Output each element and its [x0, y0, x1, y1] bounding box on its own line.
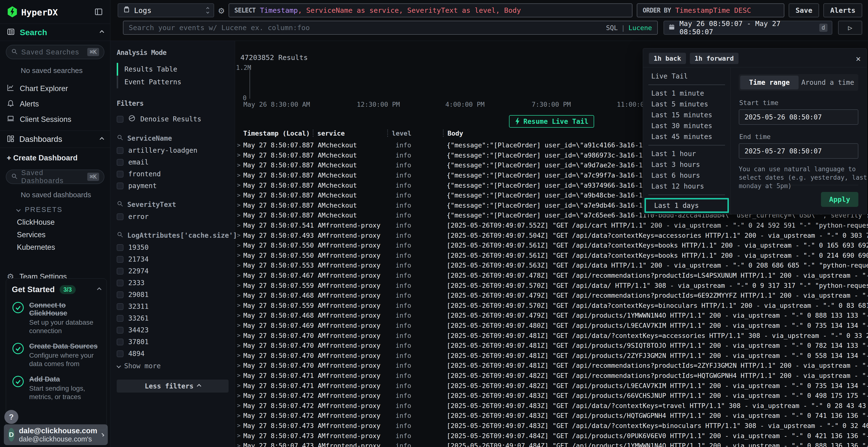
table-row[interactable]: >May 27 8:50:07.550 AMfrontend-proxyinfo…	[235, 250, 868, 261]
save-button[interactable]: Save	[789, 3, 819, 18]
source-select[interactable]: Logs	[118, 3, 214, 18]
row-expand-icon[interactable]: >	[235, 372, 243, 379]
search-icon[interactable]	[117, 200, 123, 209]
checkbox[interactable]	[117, 159, 123, 166]
time-preset-last-1-hour[interactable]: Last 1 hour	[643, 148, 730, 159]
table-row[interactable]: >May 27 8:50:07.470 AMfrontend-proxyinfo…	[235, 350, 868, 360]
nav-dashboards-section[interactable]: Dashboards	[0, 131, 110, 148]
end-time-input[interactable]: 2025-05-27 08:50:07	[739, 143, 858, 159]
table-row[interactable]: >May 27 8:50:07.469 AMfrontend-proxyinfo…	[235, 320, 868, 331]
mode-event-patterns[interactable]: Event Patterns	[117, 76, 228, 89]
column-resizer[interactable]	[387, 130, 388, 137]
row-expand-icon[interactable]: >	[235, 282, 243, 289]
row-expand-icon[interactable]: >	[235, 392, 243, 399]
time-preset-last-6-hours[interactable]: Last 6 hours	[643, 170, 730, 181]
row-expand-icon[interactable]: >	[235, 362, 243, 369]
filter-option[interactable]: frontend	[117, 170, 228, 178]
tab-time-range[interactable]: Time range	[740, 76, 799, 89]
table-row[interactable]: >May 27 8:50:07.467 AMfrontend-proxyinfo…	[235, 271, 868, 281]
sidebar-item-chart-explorer[interactable]: Chart Explorer	[0, 81, 110, 96]
time-preset-last-12-hours[interactable]: Last 12 hours	[643, 181, 730, 192]
filter-option[interactable]: 22974	[117, 267, 228, 275]
checkbox[interactable]	[117, 182, 123, 189]
row-expand-icon[interactable]: >	[235, 142, 243, 148]
row-expand-icon[interactable]: >	[235, 162, 243, 169]
row-expand-icon[interactable]: >	[235, 222, 243, 229]
column-resizer[interactable]	[313, 130, 313, 137]
checkbox[interactable]	[117, 280, 123, 286]
select-query-input[interactable]: SELECT Timestamp, ServiceName as service…	[228, 3, 632, 18]
sidebar-item-preset-services[interactable]: Services	[0, 229, 110, 241]
row-expand-icon[interactable]: >	[235, 252, 243, 259]
col-level[interactable]: level	[392, 130, 443, 140]
row-expand-icon[interactable]: >	[235, 342, 243, 349]
tab-around-a-time[interactable]: Around a time	[799, 76, 857, 89]
close-icon[interactable]: ✕	[856, 54, 861, 63]
presets-header[interactable]: PRESETS	[0, 203, 110, 216]
filter-option[interactable]: error	[117, 213, 228, 220]
time-preset-last-3-hours[interactable]: Last 3 hours	[643, 159, 730, 170]
filter-option[interactable]: 37801	[117, 338, 228, 346]
row-expand-icon[interactable]: >	[235, 272, 243, 279]
time-preset-last-5-minutes[interactable]: Last 5 minutes	[643, 99, 730, 110]
row-expand-icon[interactable]: >	[235, 212, 243, 219]
table-row[interactable]: >May 27 8:50:07.468 AMfrontend-proxyinfo…	[235, 310, 868, 320]
row-expand-icon[interactable]: >	[235, 292, 243, 299]
run-query-button[interactable]: ▷	[838, 21, 862, 35]
filter-option[interactable]: artillery-loadgen	[117, 146, 228, 154]
filter-option[interactable]: payment	[117, 182, 228, 190]
table-row[interactable]: >May 27 8:50:07.473 AMfrontend-proxyinfo…	[235, 441, 868, 447]
time-preset-last-15-minutes[interactable]: Last 15 minutes	[643, 110, 730, 121]
source-settings-gear-icon[interactable]: ⚙	[218, 5, 224, 16]
row-expand-icon[interactable]: >	[235, 172, 243, 179]
table-row[interactable]: >May 27 8:50:07.473 AMfrontend-proxyinfo…	[235, 431, 868, 441]
filter-option[interactable]: 2333	[117, 279, 228, 287]
start-time-input[interactable]: 2025-05-26 08:50:07	[739, 109, 858, 125]
filter-option[interactable]: email	[117, 158, 228, 166]
search-icon[interactable]	[117, 134, 123, 143]
checkbox[interactable]	[117, 350, 123, 357]
col-service[interactable]: service	[317, 130, 387, 140]
sidebar-item-client-sessions[interactable]: Client Sessions	[0, 112, 110, 127]
filter-option[interactable]: 32311	[117, 303, 228, 310]
denoise-checkbox-row[interactable]: Denoise Results	[117, 115, 228, 124]
saved-dashboards-input[interactable]: Saved Dashboards ⌘K	[6, 170, 104, 184]
lang-sql-toggle[interactable]: SQL	[606, 24, 618, 32]
checkbox[interactable]	[117, 116, 123, 123]
chevron-up-icon[interactable]	[100, 137, 104, 141]
search-input[interactable]: Search your events w/ Lucene ex. column:…	[123, 21, 658, 35]
column-resizer[interactable]	[443, 130, 444, 137]
checkbox[interactable]	[117, 315, 123, 322]
col-timestamp[interactable]: Timestamp (Local)	[243, 130, 313, 140]
apply-button[interactable]: Apply	[821, 192, 858, 207]
help-button[interactable]: ?	[4, 410, 18, 424]
row-expand-icon[interactable]: >	[235, 242, 243, 249]
table-row[interactable]: >May 27 8:50:07.471 AMfrontend-proxyinfo…	[235, 381, 868, 391]
less-filters-button[interactable]: Less filters	[117, 380, 228, 392]
checkbox[interactable]	[117, 256, 123, 263]
table-row[interactable]: >May 27 8:50:07.559 AMfrontend-proxyinfo…	[235, 301, 868, 311]
nav-search-section[interactable]: Search	[0, 24, 110, 41]
chevron-up-icon[interactable]	[97, 287, 101, 291]
filter-option[interactable]: 4894	[117, 350, 228, 358]
get-started-item[interactable]: Create Data SourcesConfigure where your …	[12, 342, 101, 368]
show-more-button[interactable]: Show more	[117, 362, 228, 370]
checkbox[interactable]	[117, 303, 123, 310]
table-row[interactable]: >May 27 8:50:07.493 AMfrontend-proxyinfo…	[235, 230, 868, 240]
checkbox[interactable]	[117, 171, 123, 177]
time-preset-last-30-minutes[interactable]: Last 30 minutes	[643, 121, 730, 131]
table-row[interactable]: >May 27 8:50:07.559 AMfrontend-proxyinfo…	[235, 280, 868, 290]
checkbox[interactable]	[117, 244, 123, 251]
checkbox[interactable]	[117, 291, 123, 298]
table-row[interactable]: >May 27 8:50:07.550 AMfrontend-proxyinfo…	[235, 240, 868, 250]
table-row[interactable]: >May 27 8:50:07.473 AMfrontend-proxyinfo…	[235, 421, 868, 431]
filter-option[interactable]: 34423	[117, 326, 228, 334]
row-expand-icon[interactable]: >	[235, 312, 243, 319]
filter-option[interactable]: 29081	[117, 291, 228, 299]
row-expand-icon[interactable]: >	[235, 402, 243, 409]
sidebar-item-preset-clickhouse[interactable]: ClickHouse	[0, 216, 110, 229]
time-preset-last-2-days[interactable]: Last 2 days	[643, 214, 730, 214]
date-range-input[interactable]: May 26 08:50:07 - May 27 08:50:07 d	[663, 21, 832, 35]
sidebar-item-alerts[interactable]: Alerts	[0, 96, 110, 112]
row-expand-icon[interactable]: >	[235, 302, 243, 309]
